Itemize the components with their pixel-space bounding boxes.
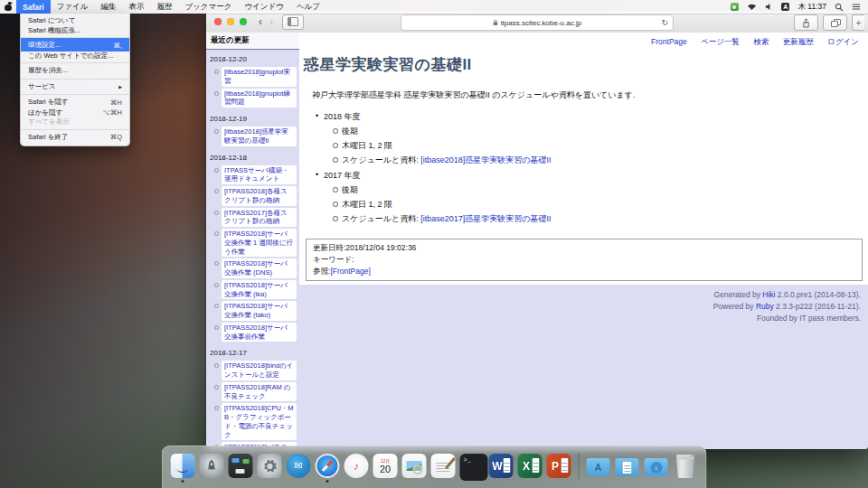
sidebar-toggle-button[interactable] — [282, 14, 304, 30]
share-button[interactable] — [794, 14, 818, 31]
dock-preview[interactable] — [402, 454, 427, 478]
page-nav-link[interactable]: 検索 — [753, 37, 769, 46]
sidebar-link[interactable]: [ITPASS2018]bindのインストールと設定 — [222, 361, 297, 380]
sidebar-entry: [itbase2018]gnuplot練習問題 — [214, 89, 297, 108]
menubar-clock[interactable]: 木 11:37 — [797, 2, 826, 13]
page-nav-link[interactable]: 更新履歴 — [783, 37, 814, 46]
menubar-item[interactable]: ファイル — [51, 0, 95, 14]
dock-powerpoint[interactable]: P — [547, 454, 571, 478]
menu-item[interactable]: 環境設定... ⌘, — [21, 37, 129, 52]
volume-icon[interactable] — [765, 3, 773, 11]
sidebar-link[interactable]: [ITPASS2018]サーバ交換作業 1 週間後に行う作業 — [222, 229, 297, 257]
menu-item[interactable]: Safari について — [21, 16, 129, 26]
dock-launchpad[interactable] — [200, 454, 224, 478]
menu-item-label: すべてを表示 — [28, 117, 70, 127]
notification-center-icon[interactable] — [852, 3, 861, 11]
dock-system-preferences[interactable] — [258, 454, 282, 478]
sidebar-entry: [ITPASS2018]bindのインストールと設定 — [214, 361, 297, 380]
spotlight-icon[interactable] — [835, 3, 844, 12]
page-nav-link[interactable]: ページ一覧 — [701, 37, 740, 46]
schedule-link[interactable]: [itbase2018]惑星学実験実習の基礎II — [420, 155, 551, 164]
menubar-item[interactable]: ウインドウ — [238, 0, 290, 14]
sidebar-link[interactable]: [ITPASS2018]サーバ交換事前作業 — [222, 323, 297, 343]
sidebar-link[interactable]: [itbase2018]gnuplot実習 — [222, 67, 297, 87]
reload-icon[interactable]: ↻ — [661, 19, 668, 27]
dock-downloads-folder[interactable]: ↓ — [645, 454, 669, 478]
page-nav-link[interactable]: ログイン — [827, 37, 859, 46]
dock-word[interactable]: W — [489, 454, 514, 478]
dock-trash[interactable] — [674, 454, 698, 478]
url-text: itpass.scitec.kobe-u.ac.jp — [501, 19, 581, 27]
circle-bullet-icon — [214, 189, 219, 193]
terminal-icon: >_ — [460, 454, 488, 481]
dock-safari[interactable] — [316, 454, 340, 478]
dock-itunes[interactable]: ♪ — [344, 454, 369, 478]
dock-documents-folder[interactable] — [616, 454, 640, 478]
dock-textedit[interactable] — [431, 454, 456, 478]
ruby-link[interactable]: Ruby — [756, 302, 774, 311]
dock-calendar[interactable]: 12月20 — [373, 454, 398, 478]
page-meta-box: 更新日時:2018/12/04 19:02:36 キーワード: 参照:[Fron… — [306, 239, 863, 281]
menu-item[interactable]: サービス — [21, 79, 129, 93]
sidebar-date-label: 2018-12-19 — [206, 109, 299, 125]
sidebar-link[interactable]: [itbase2018]惑星学実験実習の基礎II — [222, 127, 297, 146]
menu-item[interactable]: すべてを表示 — [21, 117, 129, 127]
sidebar-link[interactable]: ITPASSサーバ構築・運用ドキュメント — [222, 165, 297, 185]
close-button[interactable] — [214, 18, 222, 25]
powerpoint-icon: P — [547, 454, 571, 478]
menubar-item[interactable]: ブックマーク — [178, 0, 238, 14]
circle-bullet-icon — [214, 325, 219, 330]
zoom-button[interactable] — [240, 18, 247, 25]
sidebar-date-label: 2018-12-18 — [206, 148, 299, 164]
apple-menu[interactable] — [0, 0, 16, 14]
dock-excel[interactable]: X — [518, 454, 542, 478]
circle-bullet-icon — [214, 283, 219, 287]
dock-mission-control[interactable] — [229, 454, 253, 478]
menubar-item[interactable]: 履歴 — [150, 0, 178, 14]
sidebar-link[interactable]: [ITPASS2018]各種スクリプト群の格納 — [222, 186, 297, 206]
menu-extra-app-icon[interactable] — [731, 3, 739, 11]
gear-icon — [258, 454, 282, 478]
menubar-item[interactable]: Safari — [16, 0, 51, 14]
wifi-icon[interactable] — [747, 3, 757, 11]
dock-applications-folder[interactable]: A — [587, 454, 611, 478]
wiki-content: FrontPage ページ一覧 検索 更新履歴 ログイン 惑星学実験実習の基礎I… — [299, 33, 868, 285]
dock-divider — [579, 453, 580, 480]
year-item: 2018 年度 後期 木曜日 1, 2 限 スケジュールと資料: [itbase… — [324, 111, 868, 166]
sidebar-link[interactable]: [ITPASS2018]サーバ交換作業 (tako) — [222, 301, 297, 321]
menu-item[interactable]: Safari を終了 ⌘Q — [21, 129, 129, 144]
forward-button[interactable]: › — [269, 15, 273, 28]
circle-bullet-icon — [214, 70, 219, 74]
sidebar-link[interactable]: [ITPASS2018]サーバ交換作業 (DNS) — [222, 258, 297, 278]
excel-icon: X — [518, 454, 542, 478]
sidebar-link[interactable]: [ITPASS2018]RAM の不良チェック — [222, 382, 297, 402]
menubar-item[interactable]: 表示 — [122, 0, 150, 14]
address-bar[interactable]: itpass.scitec.kobe-u.ac.jp ↻ — [401, 14, 674, 31]
input-source-icon[interactable]: A — [781, 3, 790, 12]
footer-line-generated: Generated by Hiki 2.0.0.pre1 (2014-08-13… — [307, 289, 861, 301]
menu-item-label: Safari を隠す — [28, 98, 69, 107]
dock-thunderbird[interactable]: ✉ — [287, 454, 311, 478]
sidebar-link[interactable]: [ITPASS2018]サーバ交換作業 (ika) — [222, 280, 297, 300]
sidebar-link[interactable]: [itbase2018]gnuplot練習問題 — [222, 89, 297, 108]
new-tab-button[interactable]: + — [852, 14, 864, 31]
reference-link[interactable]: [FrontPage] — [330, 267, 370, 276]
menubar-item[interactable]: 編集 — [94, 0, 122, 14]
hiki-link[interactable]: Hiki — [762, 290, 775, 299]
menu-item[interactable]: Safari を隠す ⌘H — [21, 94, 129, 108]
dock-terminal[interactable]: >_ — [460, 454, 485, 478]
dock-finder[interactable] — [171, 454, 195, 478]
menu-item[interactable]: ほかを隠す ⌥⌘H — [21, 108, 129, 118]
menu-item[interactable]: 履歴を消去... — [21, 62, 129, 77]
page-nav-link[interactable]: FrontPage — [651, 37, 687, 46]
minimize-button[interactable] — [227, 18, 234, 25]
tab-overview-button[interactable] — [823, 14, 847, 31]
sidebar-link[interactable]: [ITPASS2017]各種スクリプト群の格納 — [222, 208, 297, 228]
sidebar-link[interactable]: [ITPASS2018]CPU・MB・グラフィックボード・電源の不良チェック — [222, 403, 297, 440]
schedule-link[interactable]: [itbase2017]惑星学実験実習の基礎II — [420, 214, 551, 223]
menubar-item[interactable]: ヘルプ — [290, 0, 326, 14]
apple-logo-icon — [5, 3, 12, 11]
back-button[interactable]: ‹ — [259, 15, 262, 28]
menu-item[interactable]: この Web サイトでの設定... — [21, 52, 129, 61]
menu-item[interactable]: Safari 機能拡張... — [21, 26, 129, 36]
